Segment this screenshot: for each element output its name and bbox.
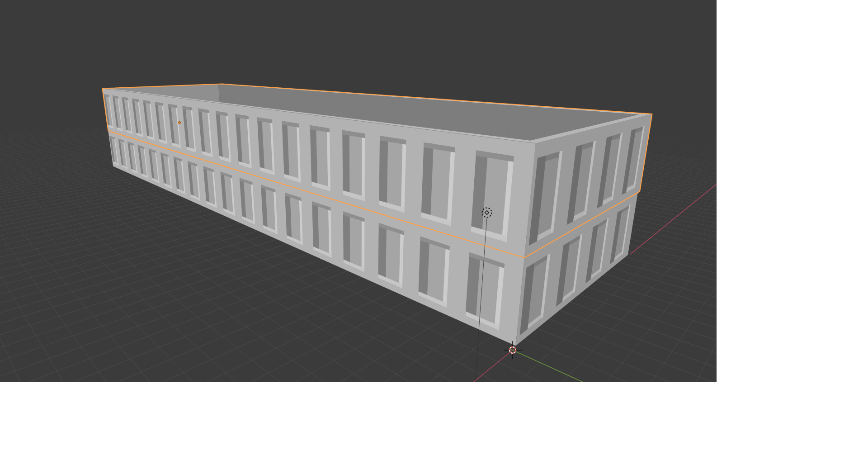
viewport-scene — [0, 0, 717, 382]
object-origin-dot — [178, 121, 180, 123]
